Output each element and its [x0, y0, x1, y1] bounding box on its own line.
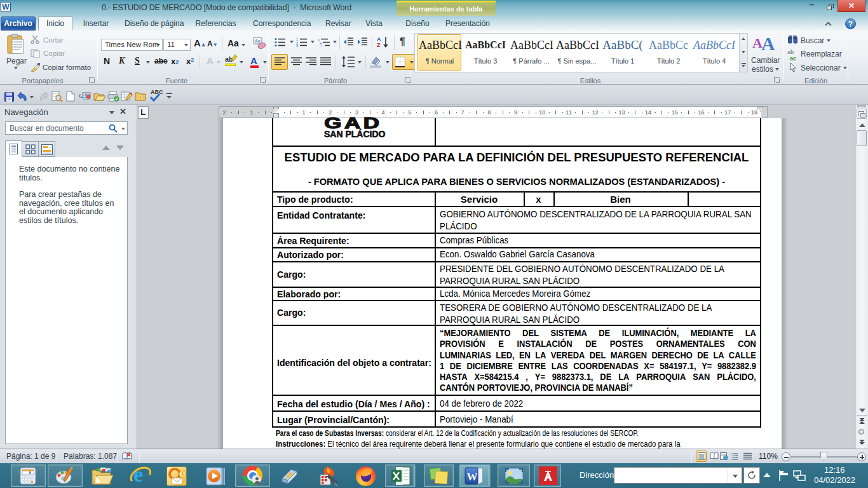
svg-text:8: 8	[29, 470, 31, 475]
svg-text:i: i	[322, 44, 322, 47]
svg-text:Aa: Aa	[255, 39, 261, 43]
svg-text:3: 3	[296, 44, 298, 47]
svg-text:W: W	[467, 471, 478, 483]
